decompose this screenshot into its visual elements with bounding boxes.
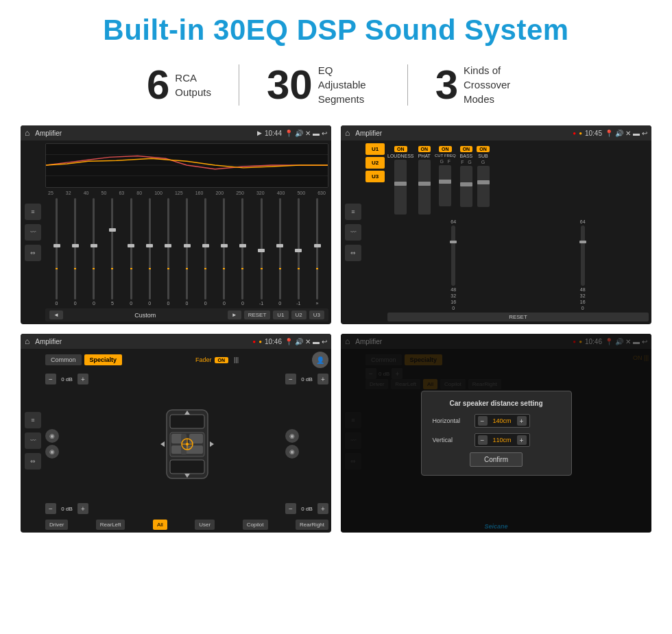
slider-track-14[interactable]	[316, 198, 318, 300]
left-front-plus[interactable]: +	[77, 374, 88, 385]
eq-ctrl-btn-3[interactable]: ⇔	[25, 245, 41, 261]
home-icon-2[interactable]: ⌂	[345, 128, 350, 138]
user-button[interactable]: User	[195, 520, 215, 530]
amp-ctrl-2[interactable]: 〰	[345, 224, 361, 241]
slider-track-1[interactable]	[74, 198, 76, 300]
eq-slider-6: 0	[160, 198, 177, 306]
eq-next-button[interactable]: ►	[228, 310, 241, 319]
amp-tab-u1[interactable]: U1	[365, 143, 385, 155]
spk-ctrl-2[interactable]: 〰	[25, 432, 41, 449]
amp-left-controls: ≡ 〰 ⇔	[344, 143, 363, 321]
back-icon-3[interactable]: ↩	[322, 338, 327, 345]
screen1-time: 10:44	[265, 130, 282, 137]
slider-track-5[interactable]	[149, 198, 151, 300]
confirm-button[interactable]: Confirm	[470, 452, 523, 467]
left-spk-icon-2: ◉	[45, 445, 59, 459]
dialog-title: Car speaker distance setting	[433, 400, 560, 407]
cutfreq-on-badge: ON	[439, 146, 452, 152]
eq-u1-button[interactable]: U1	[273, 310, 288, 319]
right-rear-plus[interactable]: +	[317, 503, 328, 514]
eq-u2-button[interactable]: U2	[291, 310, 307, 319]
right-front-vol: − 0 dB +	[285, 374, 328, 385]
screen3-content: ≡ 〰 ⇔ Common Specialty Fader ON ||| 👤	[21, 349, 331, 533]
right-front-plus[interactable]: +	[317, 374, 328, 385]
stat-crossover-number: 3	[435, 64, 458, 106]
slider-track-8[interactable]	[204, 198, 206, 300]
minimize-icon-2: ▬	[633, 130, 640, 137]
eq-reset-button[interactable]: RESET	[244, 310, 271, 319]
amp-control-loudness: ON LOUDNESS	[387, 146, 414, 215]
location-icon-3: 📍	[285, 338, 293, 345]
right-spk-icon-2: ◉	[285, 445, 299, 459]
left-icons: ◉ ◉	[45, 429, 88, 459]
left-rear-plus[interactable]: +	[77, 503, 88, 514]
cutfreq-fader[interactable]	[439, 165, 451, 206]
left-front-val: 0 dB	[58, 376, 75, 382]
eq-u3-button[interactable]: U3	[309, 310, 324, 319]
horizontal-row: Horizontal − 140cm +	[433, 414, 560, 428]
slider-track-7[interactable]	[186, 198, 188, 300]
vertical-plus[interactable]: +	[517, 435, 527, 445]
slider-track-6[interactable]	[167, 198, 169, 300]
amp-tab-u2[interactable]: U2	[365, 157, 385, 169]
car-svg	[156, 406, 218, 482]
slider-track-13[interactable]	[298, 198, 300, 300]
spk-main: Common Specialty Fader ON ||| 👤 −	[45, 352, 328, 530]
eq-ctrl-btn-2[interactable]: 〰	[25, 224, 41, 241]
left-rear-vol: − 0 dB +	[45, 503, 88, 514]
vertical-val-container: − 110cm +	[475, 433, 530, 447]
bass-fader[interactable]	[460, 166, 472, 207]
slider-track-2[interactable]	[93, 198, 95, 300]
stat-eq-number: 30	[267, 64, 313, 106]
screen-balance: ⌂ Amplifier ● ● 10:46 📍 🔊 ✕ ▬ ↩ ≡ 〰 ⇔	[21, 334, 331, 533]
slider-track-11[interactable]	[261, 198, 263, 300]
amp-reset-button[interactable]: RESET	[387, 313, 649, 321]
slider-track-3[interactable]	[111, 198, 113, 300]
back-icon-1[interactable]: ↩	[322, 130, 327, 137]
slider-track-0[interactable]	[56, 198, 58, 300]
horizontal-plus[interactable]: +	[517, 416, 527, 426]
horizontal-minus[interactable]: −	[478, 416, 488, 426]
spk-ctrl-3[interactable]: ⇔	[25, 453, 41, 470]
phat-fader[interactable]	[418, 160, 431, 215]
eq-prev-button[interactable]: ◄	[49, 310, 63, 319]
rear-left-button[interactable]: RearLeft	[96, 520, 125, 530]
driver-button[interactable]: Driver	[45, 520, 68, 530]
left-front-minus[interactable]: −	[45, 374, 56, 385]
slider-track-4[interactable]	[130, 198, 132, 300]
status-bar-3: ⌂ Amplifier ● ● 10:46 📍 🔊 ✕ ▬ ↩	[21, 334, 331, 349]
slider-track-9[interactable]	[223, 198, 225, 300]
slider-track-10[interactable]	[241, 198, 243, 300]
specialty-tab[interactable]: Specialty	[84, 354, 123, 365]
right-rear-minus[interactable]: −	[285, 503, 296, 514]
volume-icon-1: 🔊	[295, 130, 303, 137]
right-front-minus[interactable]: −	[285, 374, 296, 385]
fader-on-badge: ON	[215, 357, 229, 363]
sub-fader[interactable]	[477, 166, 490, 207]
back-icon-2[interactable]: ↩	[642, 130, 647, 137]
status-icons-3: 📍 🔊 ✕ ▬ ↩	[285, 338, 327, 345]
common-tab[interactable]: Common	[45, 354, 82, 365]
spk-ctrl-1[interactable]: ≡	[25, 412, 41, 428]
eq-ctrl-btn-1[interactable]: ≡	[25, 204, 41, 220]
home-icon-1[interactable]: ⌂	[25, 128, 29, 138]
eq-area: 25 32 40 50 63 80 100 125 160 200 250 32…	[45, 143, 328, 321]
left-rear-minus[interactable]: −	[45, 503, 56, 514]
eq-slider-8: 0	[197, 198, 214, 306]
car-diagram	[93, 374, 281, 514]
rear-right-button[interactable]: RearRight	[296, 520, 328, 530]
horizontal-value: 140cm	[490, 417, 514, 424]
eq-slider-12: 0	[272, 198, 289, 306]
slider-track-12[interactable]	[279, 198, 281, 300]
amp-ctrl-1[interactable]: ≡	[345, 204, 361, 220]
loudness-fader[interactable]	[394, 160, 407, 215]
home-icon-3[interactable]: ⌂	[25, 337, 29, 346]
amp-ctrl-3[interactable]: ⇔	[345, 245, 361, 261]
all-button[interactable]: All	[153, 520, 167, 530]
left-channels: − 0 dB + ◉ ◉ − 0 dB +	[45, 374, 88, 514]
amp-tab-u3[interactable]: U3	[365, 171, 385, 182]
copilot-button[interactable]: Copilot	[243, 520, 268, 530]
profile-icon[interactable]: 👤	[312, 352, 328, 368]
screen2-content: ≡ 〰 ⇔ U1 U2 U3 ON LOUDNESS	[341, 141, 651, 324]
vertical-minus[interactable]: −	[478, 435, 488, 445]
